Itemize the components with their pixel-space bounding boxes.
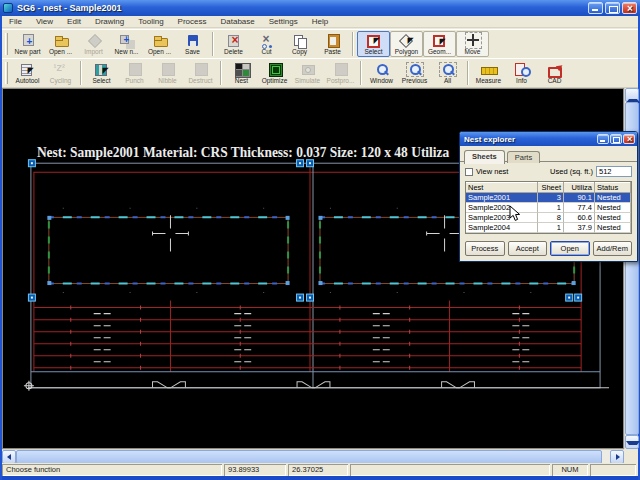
button-label: Simulate: [295, 77, 320, 85]
horizontal-scrollbar-thumb[interactable]: [16, 450, 602, 464]
simulate-button[interactable]: Simulate: [291, 60, 324, 86]
zoom-previous-button[interactable]: Previous: [398, 60, 431, 86]
open-part-button[interactable]: Open ...: [44, 31, 77, 57]
paste-button[interactable]: Paste: [316, 31, 349, 57]
cell-utiliza: 77.4: [564, 203, 595, 213]
tool-select-button[interactable]: Select: [85, 60, 118, 86]
button-label: CAD: [548, 77, 562, 85]
cell-status: Nested: [595, 213, 631, 223]
tab-parts[interactable]: Parts: [507, 151, 541, 163]
button-label: Nibble: [158, 77, 176, 85]
button-label: Select: [92, 77, 110, 85]
toolbar-grip[interactable]: [5, 33, 8, 55]
open-nest-button[interactable]: Open ...: [143, 31, 176, 57]
title-bar: SG6 - nest - Sample2001: [0, 0, 640, 16]
cell-utiliza: 37.9: [564, 223, 595, 233]
column-header-nest[interactable]: Nest: [466, 182, 538, 193]
horizontal-scrollbar[interactable]: [2, 449, 624, 463]
cad-pencil-icon: [546, 62, 564, 77]
button-label: Open ...: [49, 48, 72, 56]
menu-edit[interactable]: Edit: [60, 17, 88, 26]
save-button[interactable]: Save: [176, 31, 209, 57]
view-nest-label: View nest: [476, 167, 508, 176]
table-row-sample2003[interactable]: Sample2003 8 60.6 Nested: [466, 213, 631, 223]
geometry-icon: [431, 33, 449, 48]
cad-button[interactable]: CAD: [538, 60, 571, 86]
addrem-button[interactable]: Add/Rem: [593, 241, 633, 256]
menu-process[interactable]: Process: [171, 17, 214, 26]
menu-settings[interactable]: Settings: [262, 17, 305, 26]
toolbar-nesting: Autotool Cycling Select Punch Nibble Des…: [2, 58, 638, 88]
used-area-label: Used (sq. ft.): [550, 167, 593, 176]
nest-button[interactable]: Nest: [225, 60, 258, 86]
column-header-utiliza[interactable]: Utiliza: [564, 182, 595, 193]
tab-sheets[interactable]: Sheets: [464, 150, 505, 164]
dialog-minimize-icon[interactable]: [597, 134, 609, 144]
import-button[interactable]: Import: [77, 31, 110, 57]
menu-tooling[interactable]: Tooling: [131, 17, 170, 26]
used-area-input[interactable]: [596, 166, 632, 177]
button-label: Select: [364, 48, 382, 56]
scroll-right-icon[interactable]: [610, 450, 624, 464]
cell-sheet: 8: [538, 213, 564, 223]
column-header-sheet[interactable]: Sheet: [538, 182, 564, 193]
cut-button[interactable]: Cut: [250, 31, 283, 57]
menu-file[interactable]: File: [2, 17, 29, 26]
cycling-button[interactable]: Cycling: [44, 60, 77, 86]
postprocess-button[interactable]: Postpro...: [324, 60, 357, 86]
move-button[interactable]: Move: [456, 31, 489, 57]
open-folder-icon: [151, 33, 169, 48]
copy-button[interactable]: Copy: [283, 31, 316, 57]
button-label: Polygon: [395, 48, 419, 56]
button-label: Destruct: [188, 77, 212, 85]
copy-icon: [291, 33, 309, 48]
button-label: All: [444, 77, 451, 85]
view-nest-checkbox[interactable]: [465, 168, 473, 176]
geometry-select-button[interactable]: Geom...: [423, 31, 456, 57]
new-nest-button[interactable]: New n...: [110, 31, 143, 57]
table-row-sample2004[interactable]: Sample2004 1 37.9 Nested: [466, 223, 631, 233]
autotool-button[interactable]: Autotool: [11, 60, 44, 86]
scroll-up-icon[interactable]: [625, 88, 639, 102]
select-mode-button[interactable]: Select: [357, 31, 390, 57]
toolbar-grip[interactable]: [5, 62, 8, 84]
polygon-select-button[interactable]: Polygon: [390, 31, 423, 57]
column-header-status[interactable]: Status: [595, 182, 631, 193]
nested-strips[interactable]: [34, 308, 581, 368]
punch-button[interactable]: Punch: [118, 60, 151, 86]
nibble-button[interactable]: Nibble: [151, 60, 184, 86]
menu-view[interactable]: View: [29, 17, 60, 26]
scroll-down-icon[interactable]: [625, 435, 639, 449]
scroll-left-icon[interactable]: [2, 450, 16, 464]
menu-help[interactable]: Help: [305, 17, 335, 26]
delete-button[interactable]: Delete: [217, 31, 250, 57]
accept-button[interactable]: Accept: [508, 241, 548, 256]
optimize-button[interactable]: Optimize: [258, 60, 291, 86]
info-button[interactable]: Info: [505, 60, 538, 86]
nest-table: Nest Sheet Utiliza Status Sample2001 3 9…: [465, 181, 632, 234]
table-row-sample2002[interactable]: Sample2002 1 77.4 Nested: [466, 203, 631, 213]
menu-database[interactable]: Database: [214, 17, 262, 26]
open-button[interactable]: Open: [550, 241, 590, 256]
cursor-y-coordinate: 26.37025: [288, 464, 348, 476]
dialog-close-icon[interactable]: [623, 134, 635, 144]
table-row-sample2001[interactable]: Sample2001 3 90.1 Nested: [466, 193, 631, 203]
destruct-icon: [192, 62, 210, 77]
process-button[interactable]: Process: [465, 241, 505, 256]
minimize-icon[interactable]: [588, 2, 603, 14]
punch-icon: [126, 62, 144, 77]
zoom-all-button[interactable]: All: [431, 60, 464, 86]
dialog-title-bar[interactable]: Nest explorer: [460, 132, 637, 146]
restore-icon[interactable]: [605, 2, 620, 14]
cell-nest: Sample2004: [466, 223, 538, 233]
new-part-icon: [19, 33, 37, 48]
dialog-maximize-icon[interactable]: [610, 134, 622, 144]
menu-drawing[interactable]: Drawing: [88, 17, 131, 26]
zoom-window-button[interactable]: Window: [365, 60, 398, 86]
measure-button[interactable]: Measure: [472, 60, 505, 86]
num-lock-indicator: NUM: [552, 464, 588, 476]
nested-part-1[interactable]: [47, 215, 289, 285]
destruct-button[interactable]: Destruct: [184, 60, 217, 86]
new-part-button[interactable]: New part: [11, 31, 44, 57]
close-icon[interactable]: [622, 2, 637, 14]
